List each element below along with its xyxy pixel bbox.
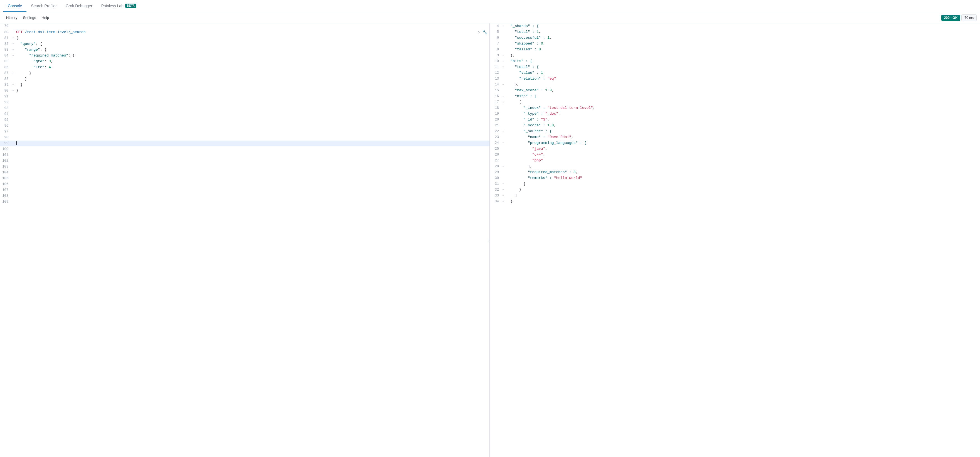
resp-token-key: "_source" : { [506,129,552,133]
response-line: 13 "relation" : "eq" [490,76,980,82]
editor-line: 98 [0,135,490,140]
resp-token-punc: , [558,111,560,116]
response-line: 11▾ "total" : { [490,64,980,70]
line-content: { [15,35,490,41]
line-content: GET /test-dsl-term-level/_search [15,30,478,35]
resp-token-num: 3 [573,170,576,174]
resp-line-content: "value" : 1, [505,70,980,76]
resp-line-content: "_score" : 1.0, [505,123,980,129]
history-button[interactable]: History [3,14,20,21]
resp-line-content: } [505,181,980,187]
resp-token-punc [506,153,532,157]
response-line: 9▾ }, [490,53,980,59]
response-line: 19 "_type" : "_doc", [490,111,980,117]
resp-fold-gutter[interactable]: ▾ [501,59,505,64]
response-line: 31▾ } [490,181,980,187]
resp-fold-gutter[interactable]: ▾ [501,24,505,29]
response-line: 8 "failed" : 0 [490,47,980,53]
editor-line: 102 [0,158,490,164]
tab-grok-debugger[interactable]: Grok Debugger [61,0,97,12]
resp-line-content: "required_matches" : 3, [505,169,980,175]
editor-line: 87▾ } [0,70,490,76]
resp-line-content: "programming_languages" : [ [505,140,980,146]
tab-painless-lab[interactable]: Painless Lab BETA [97,0,141,12]
resp-line-content: }, [505,53,980,59]
fold-gutter[interactable]: ▾ [11,89,15,93]
editor-panel[interactable]: 7980GET /test-dsl-term-level/_search▷🔧81… [0,23,490,457]
resp-line-number: 13 [490,76,501,81]
resp-token-num: 1 [541,71,543,75]
main-area: 7980GET /test-dsl-term-level/_search▷🔧81… [0,23,980,457]
line-content: "lte": 4 [15,65,490,70]
line-number: 94 [0,111,11,117]
resp-fold-gutter[interactable]: ▾ [501,53,505,58]
run-icon[interactable]: ▷ [478,29,480,35]
resp-fold-gutter[interactable]: ▾ [501,83,505,87]
editor-line: 92 [0,100,490,105]
resp-line-number: 5 [490,30,501,35]
line-number: 79 [0,24,11,29]
line-number: 106 [0,182,11,187]
fold-gutter[interactable]: ▾ [11,83,15,88]
resp-token-key: "_score" : [506,123,547,127]
editor-content[interactable]: 7980GET /test-dsl-term-level/_search▷🔧81… [0,23,490,457]
fold-gutter[interactable]: ▾ [11,54,15,58]
response-line: 14▾ }, [490,82,980,88]
resp-fold-gutter[interactable]: ▾ [501,94,505,99]
resp-token-num: 1.0 [547,123,554,127]
resp-fold-gutter[interactable]: ▾ [501,65,505,70]
resp-line-number: 30 [490,176,501,181]
tab-search-profiler[interactable]: Search Profiler [26,0,61,12]
response-line: 26 "c++", [490,152,980,158]
line-number: 81 [0,36,11,41]
resp-token-punc: ] [506,193,517,197]
resp-line-content: "hits" : [ [505,94,980,99]
tools-icon[interactable]: 🔧 [482,29,487,35]
editor-line: 85 "gte": 3, [0,59,490,65]
line-content: "range": { [15,47,490,53]
resp-fold-gutter[interactable]: ▾ [501,141,505,146]
fold-gutter[interactable]: ▾ [11,36,15,41]
editor-line: 106 [0,182,490,187]
resp-line-number: 14 [490,82,501,88]
response-line: 24▾ "programming_languages" : [ [490,140,980,146]
fold-gutter[interactable]: ▾ [11,71,15,76]
line-number: 104 [0,170,11,175]
resp-line-number: 19 [490,111,501,116]
resp-line-content: "failed" : 0 [505,47,980,53]
response-content[interactable]: 4▾ "_shards" : {5 "total" : 1,6 "success… [490,23,980,457]
line-number: 93 [0,106,11,111]
resp-token-punc: , [545,146,547,151]
settings-button[interactable]: Settings [20,14,39,21]
resp-fold-gutter[interactable]: ▾ [501,164,505,169]
tab-console[interactable]: Console [3,0,26,12]
response-line: 28▾ ], [490,164,980,169]
line-number: 92 [0,100,11,105]
editor-line: 105 [0,176,490,182]
response-line: 5 "total" : 1, [490,29,980,35]
resp-fold-gutter[interactable]: ▾ [501,188,505,192]
resp-token-key: "total" : [506,30,536,34]
editor-line: 84▾ "required_matches": { [0,53,490,59]
editor-line: 97 [0,129,490,135]
resp-fold-gutter[interactable]: ▾ [501,194,505,198]
toolbar: History Settings Help 200 - OK 70 ms [0,12,980,23]
resp-fold-gutter[interactable]: ▾ [501,199,505,204]
line-number: 90 [0,88,11,94]
resp-line-content: { [505,99,980,105]
line-number: 83 [0,47,11,53]
editor-line: 99 [0,140,490,146]
resp-line-content: "total" : 1, [505,29,980,35]
resp-token-key: "_shards" : { [506,24,539,28]
help-button[interactable]: Help [39,14,52,21]
fold-gutter[interactable]: ▾ [11,48,15,53]
response-line: 34▾ } [490,199,980,205]
line-number: 82 [0,41,11,47]
resp-fold-gutter[interactable]: ▾ [501,129,505,134]
line-content: } [15,70,490,76]
resp-fold-gutter[interactable]: ▾ [501,100,505,105]
resp-token-punc: }, [506,83,519,86]
resp-fold-gutter[interactable]: ▾ [501,182,505,186]
divider-handle[interactable]: ⋮ [487,236,490,244]
fold-gutter[interactable]: ▾ [11,42,15,46]
